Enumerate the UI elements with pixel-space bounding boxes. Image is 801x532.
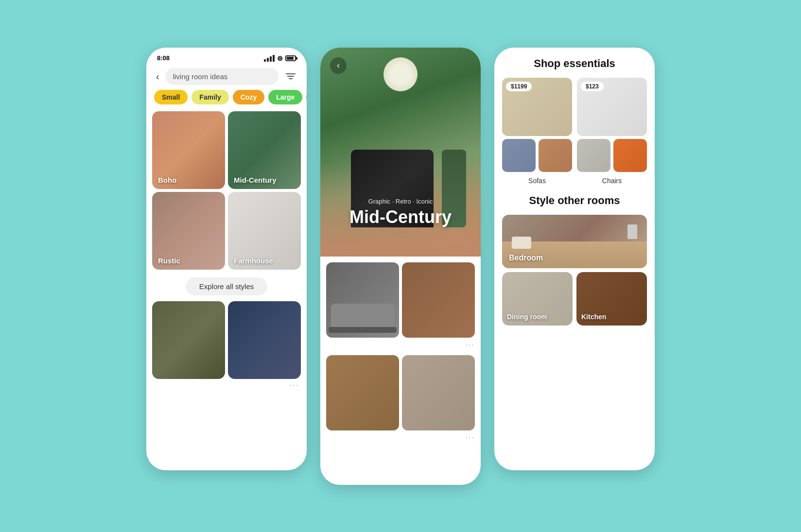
- dots-row-1: ···: [146, 379, 307, 392]
- photo-item-1[interactable]: [152, 301, 225, 379]
- kitchen-label: Kitchen: [581, 313, 606, 321]
- dots-row-2b: ···: [320, 430, 481, 445]
- tag-large[interactable]: Large: [268, 90, 302, 104]
- shop-grid: $1199 Sofas $123: [502, 78, 647, 185]
- room-kitchen[interactable]: Kitchen: [576, 272, 647, 326]
- filter-icon: [286, 73, 296, 80]
- style-midcentury-label: Mid-Century: [234, 176, 277, 184]
- dining-label: Dining room: [507, 313, 547, 321]
- style-midcentury[interactable]: Mid-Century: [228, 111, 301, 189]
- thumb-3[interactable]: [326, 355, 399, 430]
- sofa-decoration-1: [331, 304, 394, 328]
- bedroom-label: Bedroom: [509, 254, 543, 262]
- status-bar: 8:08 ⊜: [146, 48, 307, 65]
- battery-icon: [285, 55, 296, 61]
- sofa-main-item[interactable]: $1199: [502, 78, 572, 136]
- search-bar-row: ‹: [146, 65, 307, 90]
- thumbs-row-2: [320, 352, 481, 430]
- lamp-decoration: [627, 224, 637, 239]
- phone-midcentury: ‹ Graphic · Retro · Iconic Mid-Century ·…: [320, 48, 481, 485]
- search-input[interactable]: [165, 68, 279, 85]
- chairs-column: $123 Chairs: [577, 78, 647, 185]
- hero-subtitle: Graphic · Retro · Iconic: [349, 198, 452, 205]
- sofa-sub-2[interactable]: [539, 139, 572, 172]
- more-dots-2b: ···: [466, 433, 475, 442]
- style-rustic-label: Rustic: [158, 257, 180, 265]
- sofas-column: $1199 Sofas: [502, 78, 572, 185]
- room-dining[interactable]: Dining room: [502, 272, 573, 326]
- bottom-photos: [146, 301, 307, 379]
- hero-title: Mid-Century: [349, 207, 452, 227]
- phone3-content: Shop essentials $1199 Sofas $12: [494, 48, 655, 333]
- style-boho-label: Boho: [158, 176, 176, 184]
- signal-icon: [264, 55, 275, 62]
- hero-back-button[interactable]: ‹: [330, 57, 347, 74]
- status-icons: ⊜: [264, 54, 296, 62]
- room-bedroom[interactable]: Bedroom: [502, 215, 647, 268]
- style-rooms-title: Style other rooms: [502, 194, 647, 207]
- time-display: 8:08: [157, 54, 170, 62]
- sofa-price-badge: $1199: [506, 82, 532, 91]
- chair-sub-1[interactable]: [577, 139, 610, 172]
- rug-decoration-1: [329, 327, 397, 333]
- chair-main-item[interactable]: $123: [577, 78, 647, 136]
- chair-sub-items: [577, 139, 647, 172]
- shop-section-title: Shop essentials: [502, 57, 647, 70]
- wifi-icon: ⊜: [277, 54, 283, 62]
- style-farmhouse[interactable]: Farmhouse: [228, 192, 301, 270]
- tag-layout[interactable]: Lay...: [306, 90, 307, 104]
- explore-btn-row: Explore all styles: [146, 270, 307, 301]
- phones-container: 8:08 ⊜ ‹ Small Family Co: [146, 48, 655, 485]
- tag-small[interactable]: Small: [154, 90, 188, 104]
- more-dots: ···: [290, 381, 299, 390]
- chairs-label: Chairs: [577, 177, 647, 185]
- dots-row-2a: ···: [320, 338, 481, 352]
- thumb-1[interactable]: [326, 262, 399, 338]
- style-boho[interactable]: Boho: [152, 111, 225, 189]
- rooms-bottom-row: Dining room Kitchen: [502, 272, 647, 326]
- style-rustic[interactable]: Rustic: [152, 192, 225, 270]
- sofas-label: Sofas: [502, 177, 572, 185]
- thumb-4[interactable]: [402, 355, 475, 430]
- hero-section: ‹ Graphic · Retro · Iconic Mid-Century: [320, 48, 481, 257]
- sofa-sub-1[interactable]: [502, 139, 536, 172]
- tag-family[interactable]: Family: [192, 90, 228, 104]
- photo-item-2[interactable]: [228, 301, 301, 379]
- filter-button[interactable]: [282, 68, 299, 85]
- chair-sub-2[interactable]: [613, 139, 647, 172]
- hero-text-overlay: Graphic · Retro · Iconic Mid-Century: [349, 198, 452, 227]
- thumbs-row-1: [320, 257, 481, 338]
- thumb-2[interactable]: [402, 262, 475, 338]
- hero-lamp-decoration: [383, 57, 418, 91]
- explore-all-button[interactable]: Explore all styles: [186, 277, 268, 295]
- pillow-decoration: [512, 237, 531, 249]
- phone-search: 8:08 ⊜ ‹ Small Family Co: [146, 48, 307, 470]
- phone-shop: Shop essentials $1199 Sofas $12: [494, 48, 655, 470]
- style-rooms-grid: Bedroom Dining room Kitchen: [502, 215, 647, 326]
- chair-price-badge: $123: [581, 82, 604, 91]
- tag-cozy[interactable]: Cozy: [233, 90, 264, 104]
- back-button[interactable]: ‹: [154, 69, 161, 84]
- sofa-sub-items: [502, 139, 572, 172]
- styles-grid: Boho Mid-Century Rustic Farmhouse: [146, 111, 307, 270]
- more-dots-2a: ···: [466, 341, 475, 349]
- style-farmhouse-label: Farmhouse: [234, 257, 273, 265]
- tags-row: Small Family Cozy Large Lay...: [146, 90, 307, 111]
